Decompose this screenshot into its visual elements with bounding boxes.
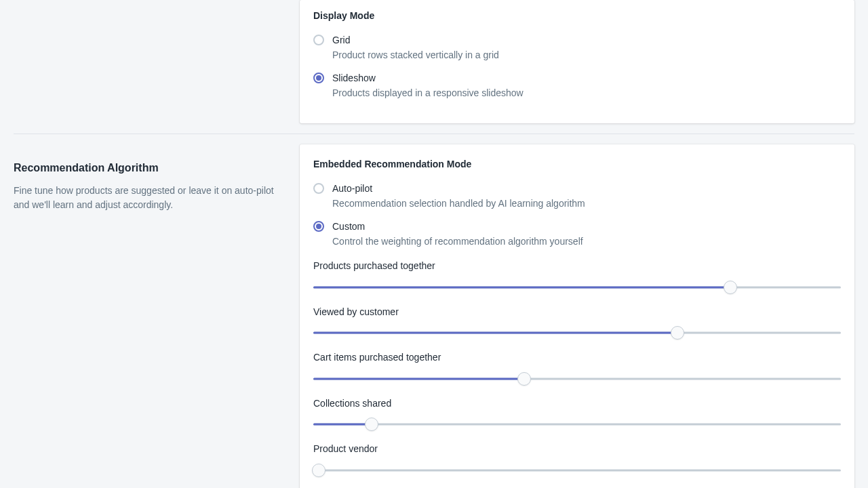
slider-fill [313,424,372,426]
slider-block: Viewed by customer [313,306,841,341]
slider-block: Collections shared [313,397,841,432]
algorithm-card: Embedded Recommendation Mode Auto-pilot … [300,144,854,488]
radio-label: Grid [332,34,841,47]
radio-icon [313,183,324,194]
radio-label: Slideshow [332,72,841,85]
display-mode-sidebar [14,0,300,123]
radio-desc: Control the weighting of recommendation … [332,235,841,249]
embedded-mode-option-autopilot[interactable]: Auto-pilot Recommendation selection hand… [313,182,841,211]
slider-thumb[interactable] [312,464,326,477]
display-mode-option-grid[interactable]: Grid Product rows stacked vertically in … [313,34,841,62]
slider-thumb[interactable] [724,281,737,294]
algorithm-sidebar: Recommendation Algorithm Fine tune how p… [14,144,300,488]
embedded-mode-option-custom[interactable]: Custom Control the weighting of recommen… [313,220,841,249]
radio-icon [313,73,324,83]
algorithm-desc: Fine tune how products are suggested or … [14,184,283,212]
embedded-mode-title: Embedded Recommendation Mode [313,158,841,171]
radio-desc: Recommendation selection handled by AI l… [332,197,841,211]
slider-label: Collections shared [313,397,841,411]
slider[interactable] [313,280,841,295]
slider-block: Products purchased together [313,260,841,295]
display-mode-card: Display Mode Grid Product rows stacked v… [300,0,854,123]
slider-thumb[interactable] [671,326,684,340]
slider-thumb[interactable] [517,372,531,386]
slider[interactable] [313,371,841,386]
display-mode-option-slideshow[interactable]: Slideshow Products displayed in a respon… [313,72,841,100]
radio-desc: Products displayed in a responsive slide… [332,87,841,100]
radio-label: Auto-pilot [332,182,841,196]
slider-track [313,424,841,426]
slider[interactable] [313,417,841,432]
slider-fill [313,378,524,380]
radio-icon [313,35,324,45]
slider-label: Viewed by customer [313,306,841,319]
display-mode-title: Display Mode [313,9,841,23]
slider-label: Cart items purchased together [313,351,841,365]
slider-fill [313,332,677,334]
slider-thumb[interactable] [365,418,378,431]
radio-label: Custom [332,220,841,234]
slider[interactable] [313,463,841,478]
slider-label: Product vendor [313,443,841,456]
slider-block: Product vendor [313,443,841,478]
algorithm-title: Recommendation Algorithm [14,161,283,176]
slider[interactable] [313,325,841,340]
slider-block: Cart items purchased together [313,351,841,386]
recommendation-algorithm-section: Recommendation Algorithm Fine tune how p… [14,134,854,488]
slider-fill [313,286,730,288]
radio-desc: Product rows stacked vertically in a gri… [332,49,841,62]
display-mode-section: Display Mode Grid Product rows stacked v… [14,0,854,123]
radio-icon [313,221,324,232]
slider-label: Products purchased together [313,260,841,273]
slider-track [313,469,841,471]
